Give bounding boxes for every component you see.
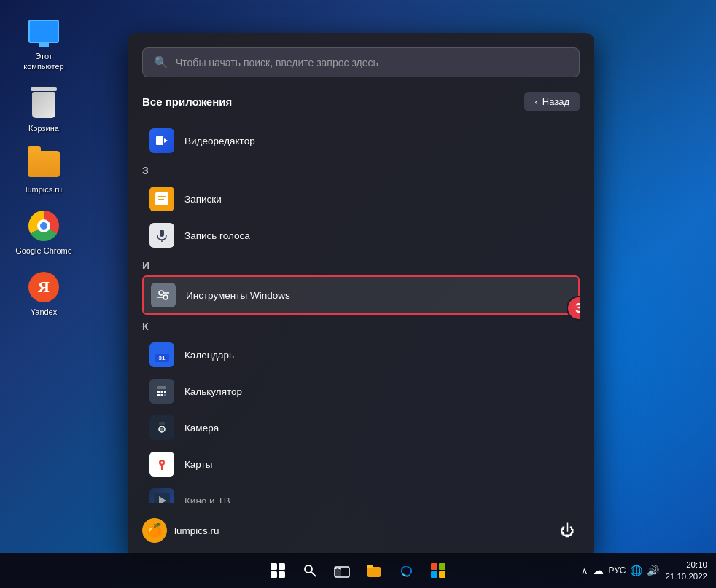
svg-rect-33 [271,571,277,578]
app-label-windows-tools: Инструменты Windows [186,290,290,301]
svg-point-24 [160,428,163,431]
svg-rect-15 [157,386,166,389]
desktop-icon-label-computer: Этот компьютер [15,51,73,72]
app-label-video-editor: Видеоредактор [184,136,255,146]
section-letter-i: И [142,254,580,275]
list-item[interactable]: Камера [142,409,580,446]
desktop-icon-yandex[interactable]: Я Yandex [15,270,73,317]
desktop-icon-label-yandex: Yandex [31,307,58,317]
all-apps-title: Все приложения [142,95,232,108]
app-label-voice-recorder: Запись голоса [184,230,250,241]
svg-line-36 [311,572,316,576]
apps-list[interactable]: Видеоредактор З Записки Запись голоса И [142,122,580,503]
desktop-icons: Этот компьютер Корзина lumpics.ru [15,15,73,318]
monitor-icon [28,15,61,47]
taskbar-center-icons [265,557,451,584]
list-item[interactable]: Кино и ТВ [142,482,580,503]
tray-icons: ∧ ☁ РУС 🌐 🔊 [581,564,659,577]
svg-rect-34 [279,571,285,578]
chrome-icon [28,209,61,242]
clock: 20:10 21.10.2022 [665,559,707,582]
tray-chevron-icon[interactable]: ∧ [581,565,588,576]
power-button[interactable]: ⏻ [555,518,580,543]
list-item[interactable]: Запись голоса [142,217,580,254]
svg-point-35 [305,565,312,573]
svg-rect-18 [164,391,166,393]
desktop-icon-label-lumpics-folder: lumpics.ru [26,184,62,195]
chevron-left-icon: ‹ [534,96,537,107]
svg-rect-43 [431,571,437,578]
start-menu: 🔍 Чтобы начать поиск, введите запрос зде… [128,33,594,557]
desktop-icon-label-chrome: Google Chrome [15,246,72,256]
svg-rect-40 [367,565,373,568]
search-bar[interactable]: 🔍 Чтобы начать поиск, введите запрос зде… [142,47,580,77]
apps-header: Все приложения ‹ Назад [142,92,580,111]
folder-icon [28,148,61,181]
svg-rect-12 [155,350,169,354]
start-button[interactable] [265,557,291,584]
desktop: Этот компьютер Корзина lumpics.ru [0,0,716,588]
app-label-calendar: Календарь [184,350,234,361]
calculator-icon [149,379,174,404]
svg-rect-21 [164,394,166,396]
recycle-bin-icon [28,87,61,119]
video-editor-icon [149,128,174,153]
user-name-label: lumpics.ru [174,525,219,536]
list-item[interactable]: Видеоредактор [142,122,580,159]
section-letter-z: З [142,159,580,181]
taskbar-files-button[interactable] [361,557,387,584]
back-button-label: Назад [542,96,569,107]
app-label-kino-tv: Кино и ТВ [184,495,230,503]
voice-recorder-icon [149,223,174,248]
desktop-icon-chrome[interactable]: Google Chrome [15,209,73,256]
section-letter-k: К [142,315,580,337]
svg-text:31: 31 [159,355,166,361]
tray-speaker-icon: 🔊 [647,565,659,576]
svg-rect-17 [161,391,163,393]
clock-date: 21.10.2022 [665,571,707,582]
desktop-icon-this-computer[interactable]: Этот компьютер [15,15,73,72]
svg-rect-44 [439,571,445,578]
svg-rect-31 [271,563,277,570]
taskbar: ∧ ☁ РУС 🌐 🔊 20:10 21.10.2022 [0,553,716,588]
list-item[interactable]: 31 Календарь [142,337,580,373]
bottom-row: 🍊 lumpics.ru ⏻ [142,509,580,543]
user-avatar: 🍊 [142,518,167,543]
calendar-icon: 31 [149,342,174,367]
taskbar-edge-button[interactable] [393,557,419,584]
list-item[interactable]: Калькулятор [142,373,580,409]
svg-rect-32 [279,563,285,570]
svg-rect-42 [439,563,445,570]
tray-network-icon: 🌐 [630,565,642,576]
svg-rect-25 [159,422,165,425]
clock-time: 20:10 [665,559,707,571]
app-label-calculator: Калькулятор [184,386,242,397]
svg-rect-39 [367,567,381,577]
desktop-icon-recycle-bin[interactable]: Корзина [15,87,73,133]
list-item-windows-tools[interactable]: Инструменты Windows 3 [142,275,580,315]
camera-icon [149,415,174,440]
list-item[interactable]: Записки [142,181,580,217]
taskbar-explorer-button[interactable] [329,557,355,584]
desktop-icon-label-recycle: Корзина [28,123,59,133]
yandex-icon: Я [28,270,61,303]
desktop-icon-lumpics-folder[interactable]: lumpics.ru [15,148,73,195]
list-item[interactable]: Карты [142,446,580,482]
svg-rect-20 [161,394,163,396]
svg-marker-1 [164,138,168,143]
user-profile[interactable]: 🍊 lumpics.ru [142,518,219,543]
svg-point-8 [163,295,168,299]
svg-point-28 [161,462,163,464]
back-button[interactable]: ‹ Назад [524,92,580,111]
kino-tv-icon [149,488,174,503]
taskbar-search-button[interactable] [297,557,323,584]
tray-lang-label: РУС [608,565,626,576]
taskbar-store-button[interactable] [425,557,451,584]
svg-rect-0 [156,136,163,145]
app-label-camera: Камера [184,423,219,434]
svg-rect-19 [157,394,160,396]
system-tray: ∧ ☁ РУС 🌐 🔊 20:10 21.10.2022 [581,559,707,582]
maps-icon [149,452,174,477]
app-label-notes: Записки [184,194,222,205]
svg-rect-41 [431,563,437,570]
